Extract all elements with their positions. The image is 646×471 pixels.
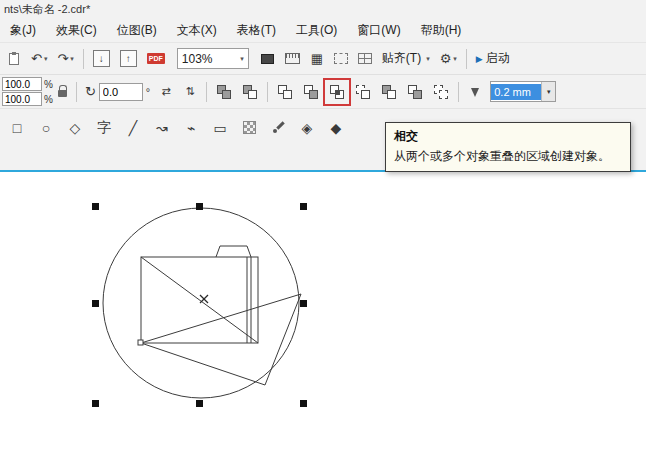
selection-handle[interactable] (92, 400, 99, 407)
polygon-tool[interactable]: ◇ (62, 114, 88, 142)
polygon-tool-icon: ◇ (70, 120, 81, 136)
grid-toggle-button[interactable]: ▦ (306, 47, 328, 71)
menu-bitmaps[interactable]: 位图(B) (107, 18, 167, 43)
menu-table[interactable]: 表格(T) (227, 18, 286, 43)
rotation-angle-input[interactable] (99, 83, 143, 101)
launch-button[interactable]: ▶ 启动 (472, 47, 514, 71)
outline-pen-button[interactable] (464, 80, 486, 104)
weld-button[interactable] (273, 80, 297, 104)
selection-handle[interactable] (92, 300, 99, 307)
fullscreen-preview-button[interactable] (257, 47, 279, 71)
simplify-button[interactable] (351, 80, 375, 104)
canvas[interactable] (0, 170, 646, 471)
tooltip-title: 相交 (386, 123, 630, 147)
lock-icon (58, 90, 67, 97)
create-boundary-button[interactable] (429, 80, 453, 104)
transparency-tool[interactable] (236, 114, 262, 142)
selection-handle[interactable] (196, 203, 203, 210)
text-tool[interactable]: 字 (91, 114, 117, 142)
bezier-tool[interactable]: ↝ (149, 114, 175, 142)
mirror-vertical-button[interactable]: ⇅ (179, 80, 201, 104)
interactive-fill-tool[interactable]: ◆ (323, 114, 349, 142)
tooltip-description: 从两个或多个对象重叠的区域创建对象。 (386, 147, 630, 171)
publish-pdf-button[interactable]: PDF (143, 47, 169, 71)
eyedropper-tool-icon (272, 121, 285, 134)
shape-tool[interactable]: ▭ (207, 114, 233, 142)
redo-icon: ↷ (57, 52, 68, 65)
undo-icon: ↶ (31, 52, 42, 65)
guidelines-icon (334, 53, 348, 64)
outline-width-value: 0.2 mm (491, 84, 541, 100)
snap-toggle-button[interactable] (354, 47, 376, 71)
import-icon: ↓ (93, 50, 110, 67)
toolbar-separator (206, 82, 207, 102)
circle-shape[interactable] (103, 208, 299, 398)
mirror-vertical-icon: ⇅ (186, 86, 195, 97)
outline-pen-icon (471, 88, 479, 97)
fullscreen-icon (261, 54, 274, 64)
intersect-button[interactable] (325, 80, 349, 104)
drawing-area (0, 172, 646, 471)
menu-text[interactable]: 文本(X) (167, 18, 227, 43)
outline-width-combo[interactable]: 0.2 mm ▾ (490, 81, 556, 102)
chevron-down-icon[interactable]: ▾ (70, 55, 74, 63)
import-button[interactable]: ↓ (89, 47, 114, 71)
selection-handle[interactable] (300, 203, 307, 210)
chevron-down-icon[interactable]: ▾ (541, 82, 555, 101)
selection-handle[interactable] (92, 203, 99, 210)
text-tool-icon: 字 (97, 119, 111, 137)
selection-handle[interactable] (300, 400, 307, 407)
node-marker[interactable] (138, 340, 143, 345)
options-button[interactable]: ⚙ ▾ (436, 47, 461, 71)
percent-label: % (44, 94, 53, 105)
group-objects-button[interactable] (238, 80, 262, 104)
shape-tool-icon: ▭ (213, 120, 226, 136)
eyedropper-tool[interactable] (265, 114, 291, 142)
chevron-down-icon[interactable]: ▾ (426, 55, 430, 63)
scale-x-input[interactable] (2, 77, 42, 91)
paste-button[interactable] (3, 47, 25, 71)
chevron-down-icon[interactable]: ▾ (44, 55, 48, 63)
front-minus-back-button[interactable] (377, 80, 401, 104)
line-tool[interactable]: ╱ (120, 114, 146, 142)
title-bar: nts\未命名 -2.cdr* (0, 0, 646, 18)
chevron-down-icon[interactable]: ▾ (240, 55, 244, 63)
pdf-icon: PDF (147, 53, 165, 64)
rulers-toggle-button[interactable] (281, 47, 304, 71)
rotation-block: ↻ ° (85, 83, 150, 101)
menu-window[interactable]: 窗口(W) (347, 18, 410, 43)
back-minus-front-button[interactable] (403, 80, 427, 104)
triangle-shape[interactable] (141, 294, 301, 385)
combine-objects-button[interactable] (212, 80, 236, 104)
undo-button[interactable]: ↶ ▾ (27, 47, 51, 71)
rectangle-tool[interactable]: □ (4, 114, 30, 142)
export-button[interactable]: ↑ (116, 47, 141, 71)
menu-effects[interactable]: 效果(C) (46, 18, 107, 43)
mirror-horizontal-button[interactable]: ⇄ (155, 80, 177, 104)
connector-tool[interactable]: ⌁ (178, 114, 204, 142)
selection-handle[interactable] (196, 400, 203, 407)
center-x-marker[interactable] (200, 295, 208, 303)
zoom-level-combo[interactable]: 103% ▾ (177, 48, 249, 69)
selection-handle[interactable] (300, 300, 307, 307)
launch-label: 启动 (486, 50, 510, 67)
guidelines-toggle-button[interactable] (330, 47, 352, 71)
snap-dropdown[interactable]: 贴齐(T) ▾ (378, 47, 434, 71)
smart-fill-tool[interactable]: ◈ (294, 114, 320, 142)
bezier-tool-icon: ↝ (156, 120, 168, 136)
folder-shape[interactable] (141, 246, 258, 343)
lock-ratio-button[interactable] (55, 80, 71, 104)
rotate-icon: ↻ (85, 85, 96, 98)
menu-object[interactable]: 象(J) (0, 18, 46, 43)
chevron-down-icon[interactable]: ▾ (453, 55, 457, 63)
trim-button[interactable] (299, 80, 323, 104)
interactive-fill-tool-icon: ◆ (331, 120, 342, 136)
menu-help[interactable]: 帮助(H) (411, 18, 472, 43)
selection-handles[interactable] (92, 203, 307, 407)
toolbar-separator (458, 82, 459, 102)
ellipse-tool[interactable]: ○ (33, 114, 59, 142)
scale-y-input[interactable] (2, 92, 42, 106)
menu-tools[interactable]: 工具(O) (286, 18, 347, 43)
menu-bar: 象(J) 效果(C) 位图(B) 文本(X) 表格(T) 工具(O) 窗口(W)… (0, 18, 646, 42)
redo-button[interactable]: ↷ ▾ (53, 47, 77, 71)
